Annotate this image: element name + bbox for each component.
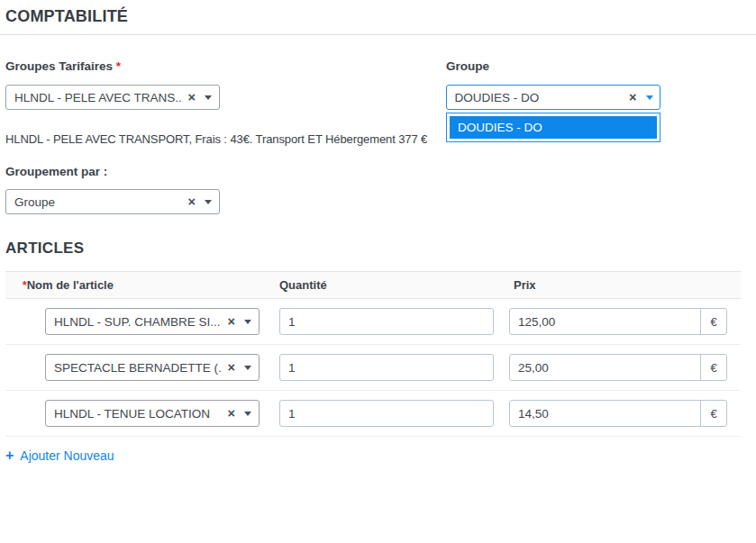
- table-row: SPECTACLE BERNADETTE (... × €: [5, 345, 741, 391]
- quantity-cell: [279, 354, 509, 381]
- tariff-description: HLNDL - PELE AVEC TRANSPORT, Frais : 43€…: [5, 129, 453, 149]
- article-select[interactable]: SPECTACLE BERNADETTE (... ×: [45, 354, 260, 381]
- chevron-down-icon: [244, 366, 251, 370]
- articles-title: ARTICLES: [5, 240, 756, 258]
- article-name-cell: HLNDL - TENUE LOCATION ×: [5, 400, 279, 427]
- groupe-dropdown-list: DOUDIES - DO: [446, 113, 660, 142]
- groupement-par-field: Groupement par : Groupe ×: [5, 165, 756, 214]
- article-select[interactable]: HLNDL - SUP. CHAMBRE SI... ×: [45, 308, 260, 335]
- quantity-cell: [279, 400, 509, 427]
- column-header-name: *Nom de l'article: [5, 278, 279, 292]
- article-select-value: SPECTACLE BERNADETTE (...: [54, 361, 223, 375]
- groupement-par-select[interactable]: Groupe ×: [5, 189, 220, 214]
- groupes-tarifaires-label-text: Groupes Tarifaires: [5, 59, 113, 73]
- groupes-tarifaires-label: Groupes Tarifaires *: [5, 59, 441, 73]
- clear-icon[interactable]: ×: [228, 407, 235, 421]
- currency-addon: €: [700, 308, 727, 335]
- table-row: HLNDL - TENUE LOCATION × €: [5, 391, 741, 437]
- groupe-field: Groupe DOUDIES - DO × DOUDIES - DO: [446, 59, 680, 110]
- chevron-down-icon: [205, 200, 212, 204]
- price-cell: €: [509, 400, 727, 427]
- groupe-select[interactable]: DOUDIES - DO ×: [446, 85, 660, 110]
- title-divider: [0, 34, 756, 35]
- groupes-tarifaires-select-wrap: HLNDL - PELE AVEC TRANS... ×: [5, 85, 220, 110]
- groupes-tarifaires-field: Groupes Tarifaires * HLNDL - PELE AVEC T…: [5, 59, 441, 110]
- groupement-par-select-value: Groupe: [14, 195, 183, 209]
- page-title: COMPTABILITÉ: [5, 7, 756, 26]
- quantity-input[interactable]: [279, 354, 494, 381]
- quantity-cell: [279, 308, 509, 335]
- column-header-quantity: Quantité: [279, 278, 509, 292]
- clear-icon[interactable]: ×: [228, 361, 235, 375]
- groupes-tarifaires-select[interactable]: HLNDL - PELE AVEC TRANS... ×: [5, 85, 220, 110]
- groupe-select-value: DOUDIES - DO: [455, 91, 624, 104]
- price-cell: €: [509, 354, 727, 381]
- clear-icon[interactable]: ×: [629, 91, 636, 104]
- article-select[interactable]: HLNDL - TENUE LOCATION ×: [45, 400, 260, 427]
- groupes-tarifaires-select-value: HLNDL - PELE AVEC TRANS...: [14, 91, 183, 104]
- chevron-down-icon: [244, 320, 251, 324]
- clear-icon[interactable]: ×: [188, 195, 196, 209]
- clear-icon[interactable]: ×: [228, 315, 235, 329]
- article-select-value: HLNDL - TENUE LOCATION: [54, 407, 223, 421]
- column-header-name-text: Nom de l'article: [27, 278, 114, 292]
- add-new-link[interactable]: + Ajouter Nouveau: [5, 448, 114, 463]
- groupe-label: Groupe: [446, 59, 680, 73]
- price-input[interactable]: [509, 400, 701, 427]
- clear-icon[interactable]: ×: [188, 91, 196, 104]
- chevron-down-icon: [244, 412, 251, 416]
- price-cell: €: [509, 308, 727, 335]
- chevron-down-icon: [205, 95, 212, 100]
- price-input[interactable]: [509, 354, 701, 381]
- plus-icon: +: [5, 448, 14, 463]
- quantity-input[interactable]: [279, 400, 494, 427]
- required-marker: *: [116, 59, 121, 73]
- add-new-label: Ajouter Nouveau: [20, 448, 114, 463]
- accounting-form-row: Groupes Tarifaires * HLNDL - PELE AVEC T…: [5, 59, 756, 110]
- chevron-down-icon: [646, 95, 653, 100]
- column-header-price: Prix: [509, 278, 741, 292]
- articles-table-header: *Nom de l'article Quantité Prix: [5, 271, 741, 299]
- price-input[interactable]: [509, 308, 701, 335]
- groupement-par-select-wrap: Groupe ×: [5, 189, 220, 214]
- currency-addon: €: [700, 400, 727, 427]
- groupe-select-wrap: DOUDIES - DO × DOUDIES - DO: [446, 85, 660, 110]
- article-name-cell: HLNDL - SUP. CHAMBRE SI... ×: [5, 308, 279, 335]
- article-name-cell: SPECTACLE BERNADETTE (... ×: [5, 354, 279, 381]
- table-row: HLNDL - SUP. CHAMBRE SI... × €: [5, 299, 741, 345]
- article-select-value: HLNDL - SUP. CHAMBRE SI...: [54, 315, 223, 329]
- quantity-input[interactable]: [279, 308, 494, 335]
- currency-addon: €: [700, 354, 727, 381]
- groupement-par-label: Groupement par :: [5, 165, 756, 178]
- articles-table: *Nom de l'article Quantité Prix HLNDL - …: [5, 271, 741, 437]
- groupe-dropdown-option[interactable]: DOUDIES - DO: [450, 116, 657, 139]
